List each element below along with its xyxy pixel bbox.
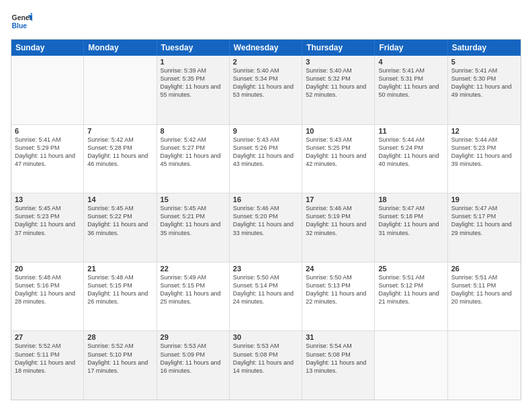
day-info: Sunrise: 5:48 AM Sunset: 5:15 PM Dayligh… — [87, 273, 152, 306]
day-number: 26 — [451, 265, 517, 273]
day-info: Sunrise: 5:39 AM Sunset: 5:35 PM Dayligh… — [161, 66, 226, 99]
header-day-thursday: Thursday — [302, 40, 375, 56]
calendar-body: 1Sunrise: 5:39 AM Sunset: 5:35 PM Daylig… — [11, 56, 521, 400]
day-info: Sunrise: 5:41 AM Sunset: 5:29 PM Dayligh… — [15, 136, 80, 169]
header-day-saturday: Saturday — [448, 40, 521, 56]
calendar: SundayMondayTuesdayWednesdayThursdayFrid… — [11, 39, 521, 400]
day-number: 10 — [306, 127, 371, 135]
day-number: 12 — [451, 127, 517, 135]
calendar-cell: 17Sunrise: 5:46 AM Sunset: 5:19 PM Dayli… — [302, 193, 375, 262]
day-info: Sunrise: 5:51 AM Sunset: 5:12 PM Dayligh… — [378, 273, 443, 306]
header-day-wednesday: Wednesday — [230, 40, 302, 56]
calendar-cell: 9Sunrise: 5:43 AM Sunset: 5:26 PM Daylig… — [230, 125, 302, 193]
header-day-friday: Friday — [375, 40, 447, 56]
day-number: 28 — [87, 333, 152, 341]
day-info: Sunrise: 5:45 AM Sunset: 5:23 PM Dayligh… — [15, 204, 80, 237]
calendar-cell: 16Sunrise: 5:46 AM Sunset: 5:20 PM Dayli… — [230, 193, 302, 262]
calendar-cell — [11, 56, 84, 124]
header-day-sunday: Sunday — [11, 40, 84, 56]
day-info: Sunrise: 5:48 AM Sunset: 5:16 PM Dayligh… — [15, 273, 80, 306]
day-info: Sunrise: 5:47 AM Sunset: 5:18 PM Dayligh… — [378, 204, 443, 237]
day-number: 30 — [233, 333, 298, 341]
day-number: 8 — [161, 127, 226, 135]
day-number: 29 — [161, 333, 226, 341]
calendar-cell: 30Sunrise: 5:53 AM Sunset: 5:08 PM Dayli… — [230, 331, 302, 400]
calendar-row: 13Sunrise: 5:45 AM Sunset: 5:23 PM Dayli… — [11, 193, 521, 263]
day-number: 9 — [233, 127, 298, 135]
svg-text:Blue: Blue — [12, 22, 28, 30]
day-number: 3 — [306, 58, 371, 66]
day-info: Sunrise: 5:53 AM Sunset: 5:08 PM Dayligh… — [233, 342, 298, 375]
calendar-cell: 11Sunrise: 5:44 AM Sunset: 5:24 PM Dayli… — [375, 125, 447, 193]
calendar-cell: 7Sunrise: 5:42 AM Sunset: 5:28 PM Daylig… — [84, 125, 157, 193]
calendar-cell: 21Sunrise: 5:48 AM Sunset: 5:15 PM Dayli… — [84, 263, 157, 331]
calendar-cell: 8Sunrise: 5:42 AM Sunset: 5:27 PM Daylig… — [157, 125, 230, 193]
calendar-cell: 12Sunrise: 5:44 AM Sunset: 5:23 PM Dayli… — [448, 125, 521, 193]
day-info: Sunrise: 5:45 AM Sunset: 5:22 PM Dayligh… — [87, 204, 152, 237]
calendar-row: 1Sunrise: 5:39 AM Sunset: 5:35 PM Daylig… — [11, 56, 521, 125]
day-number: 25 — [378, 265, 443, 273]
calendar-cell: 20Sunrise: 5:48 AM Sunset: 5:16 PM Dayli… — [11, 263, 84, 331]
calendar-cell: 14Sunrise: 5:45 AM Sunset: 5:22 PM Dayli… — [84, 193, 157, 262]
day-info: Sunrise: 5:52 AM Sunset: 5:11 PM Dayligh… — [15, 342, 80, 375]
day-number: 24 — [306, 265, 371, 273]
calendar-cell: 6Sunrise: 5:41 AM Sunset: 5:29 PM Daylig… — [11, 125, 84, 193]
header: General Blue — [11, 11, 521, 32]
day-number: 21 — [87, 265, 152, 273]
page: General Blue SundayMondayTuesdayWednesda… — [0, 0, 532, 411]
day-info: Sunrise: 5:41 AM Sunset: 5:31 PM Dayligh… — [378, 66, 443, 99]
day-info: Sunrise: 5:51 AM Sunset: 5:11 PM Dayligh… — [451, 273, 517, 306]
calendar-row: 27Sunrise: 5:52 AM Sunset: 5:11 PM Dayli… — [11, 331, 521, 400]
calendar-cell: 27Sunrise: 5:52 AM Sunset: 5:11 PM Dayli… — [11, 331, 84, 400]
logo: General Blue — [11, 11, 32, 32]
day-info: Sunrise: 5:44 AM Sunset: 5:23 PM Dayligh… — [451, 136, 517, 169]
calendar-cell: 24Sunrise: 5:50 AM Sunset: 5:13 PM Dayli… — [302, 263, 375, 331]
day-info: Sunrise: 5:46 AM Sunset: 5:20 PM Dayligh… — [233, 204, 298, 237]
day-info: Sunrise: 5:54 AM Sunset: 5:08 PM Dayligh… — [306, 342, 371, 375]
calendar-cell: 18Sunrise: 5:47 AM Sunset: 5:18 PM Dayli… — [375, 193, 447, 262]
day-info: Sunrise: 5:43 AM Sunset: 5:25 PM Dayligh… — [306, 136, 371, 169]
day-number: 11 — [378, 127, 443, 135]
day-info: Sunrise: 5:46 AM Sunset: 5:19 PM Dayligh… — [306, 204, 371, 237]
calendar-cell: 23Sunrise: 5:50 AM Sunset: 5:14 PM Dayli… — [230, 263, 302, 331]
day-info: Sunrise: 5:47 AM Sunset: 5:17 PM Dayligh… — [451, 204, 517, 237]
header-day-tuesday: Tuesday — [157, 40, 230, 56]
day-info: Sunrise: 5:42 AM Sunset: 5:28 PM Dayligh… — [87, 136, 152, 169]
calendar-cell: 22Sunrise: 5:49 AM Sunset: 5:15 PM Dayli… — [157, 263, 230, 331]
day-number: 20 — [15, 265, 80, 273]
day-number: 2 — [233, 58, 298, 66]
day-info: Sunrise: 5:45 AM Sunset: 5:21 PM Dayligh… — [161, 204, 226, 237]
day-number: 17 — [306, 195, 371, 203]
day-info: Sunrise: 5:40 AM Sunset: 5:32 PM Dayligh… — [306, 66, 371, 99]
calendar-cell: 29Sunrise: 5:53 AM Sunset: 5:09 PM Dayli… — [157, 331, 230, 400]
header-day-monday: Monday — [84, 40, 157, 56]
calendar-cell: 25Sunrise: 5:51 AM Sunset: 5:12 PM Dayli… — [375, 263, 447, 331]
day-info: Sunrise: 5:52 AM Sunset: 5:10 PM Dayligh… — [87, 342, 152, 375]
calendar-cell: 13Sunrise: 5:45 AM Sunset: 5:23 PM Dayli… — [11, 193, 84, 262]
day-info: Sunrise: 5:40 AM Sunset: 5:34 PM Dayligh… — [233, 66, 298, 99]
day-info: Sunrise: 5:50 AM Sunset: 5:13 PM Dayligh… — [306, 273, 371, 306]
calendar-cell: 4Sunrise: 5:41 AM Sunset: 5:31 PM Daylig… — [375, 56, 447, 124]
calendar-cell: 28Sunrise: 5:52 AM Sunset: 5:10 PM Dayli… — [84, 331, 157, 400]
calendar-cell: 26Sunrise: 5:51 AM Sunset: 5:11 PM Dayli… — [448, 263, 521, 331]
day-number: 5 — [451, 58, 517, 66]
day-number: 23 — [233, 265, 298, 273]
day-number: 14 — [87, 195, 152, 203]
day-number: 27 — [15, 333, 80, 341]
calendar-row: 20Sunrise: 5:48 AM Sunset: 5:16 PM Dayli… — [11, 263, 521, 332]
calendar-cell — [375, 331, 447, 400]
calendar-cell — [448, 331, 521, 400]
day-number: 15 — [161, 195, 226, 203]
day-info: Sunrise: 5:49 AM Sunset: 5:15 PM Dayligh… — [161, 273, 226, 306]
day-number: 19 — [451, 195, 517, 203]
day-info: Sunrise: 5:50 AM Sunset: 5:14 PM Dayligh… — [233, 273, 298, 306]
day-number: 18 — [378, 195, 443, 203]
calendar-cell — [84, 56, 157, 124]
day-number: 1 — [161, 58, 226, 66]
day-info: Sunrise: 5:44 AM Sunset: 5:24 PM Dayligh… — [378, 136, 443, 169]
calendar-cell: 1Sunrise: 5:39 AM Sunset: 5:35 PM Daylig… — [157, 56, 230, 124]
calendar-cell: 5Sunrise: 5:41 AM Sunset: 5:30 PM Daylig… — [448, 56, 521, 124]
day-info: Sunrise: 5:43 AM Sunset: 5:26 PM Dayligh… — [233, 136, 298, 169]
day-info: Sunrise: 5:41 AM Sunset: 5:30 PM Dayligh… — [451, 66, 517, 99]
calendar-cell: 15Sunrise: 5:45 AM Sunset: 5:21 PM Dayli… — [157, 193, 230, 262]
